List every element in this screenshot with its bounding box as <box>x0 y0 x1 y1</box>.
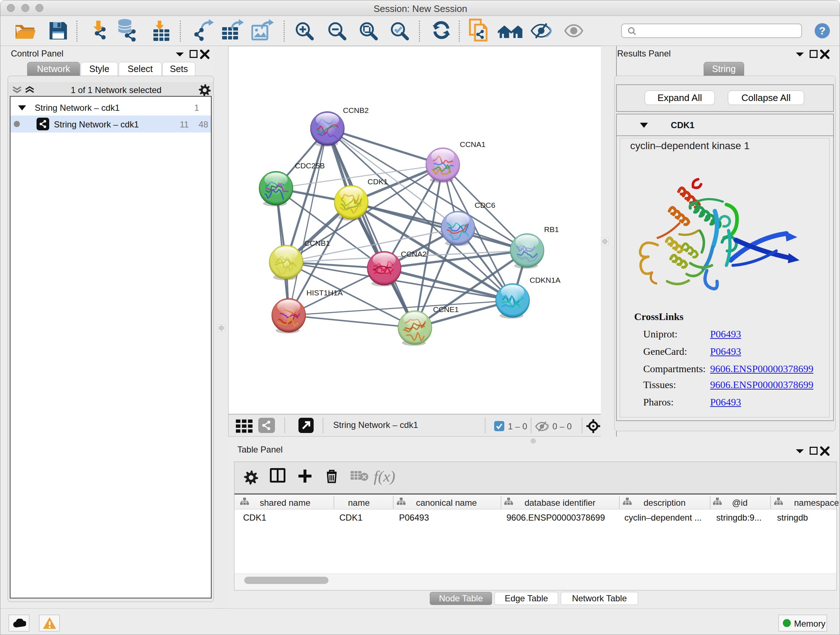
svg-text:CCNE1: CCNE1 <box>433 305 459 314</box>
svg-text:CDK1: CDK1 <box>368 177 388 186</box>
svg-text:CCNB2: CCNB2 <box>343 106 369 114</box>
svg-text:CCNA2: CCNA2 <box>401 250 426 258</box>
svg-text:CDKN1A: CDKN1A <box>530 276 561 284</box>
svg-text:CCNB1: CCNB1 <box>304 239 330 247</box>
svg-text:RB1: RB1 <box>544 225 559 233</box>
svg-text:CDC25B: CDC25B <box>295 162 325 170</box>
svg-text:CDC6: CDC6 <box>475 201 495 209</box>
svg-text:HIST1H1A: HIST1H1A <box>306 288 343 297</box>
svg-text:CCNA1: CCNA1 <box>460 140 485 149</box>
